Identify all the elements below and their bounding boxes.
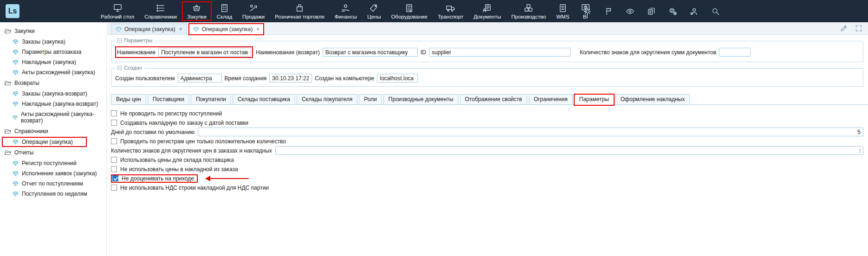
- checkbox-ispolzovat-tseny-sklada[interactable]: [111, 157, 117, 163]
- sidebar-item-ispolnenie-zayavok[interactable]: Исполнение заявок (закупка): [0, 168, 106, 179]
- tab-proizvodnye-dokumenty[interactable]: Производные документы: [383, 94, 459, 104]
- tab-vidy-tsen[interactable]: Виды цен: [111, 94, 146, 104]
- groupbox-legend: Создан: [115, 65, 144, 70]
- menu-item-oborudovanie[interactable]: Оборудование: [386, 1, 433, 21]
- annotation-arrow: [206, 178, 249, 179]
- option-row: Создавать накладную по заказу с датой по…: [111, 118, 864, 127]
- tab-label: Склады покупателя: [302, 96, 352, 102]
- close-icon[interactable]: ×: [179, 26, 182, 32]
- folder-icon: [5, 128, 11, 134]
- created-by-input[interactable]: [178, 74, 222, 83]
- menu-item-rabochiy-stol[interactable]: Рабочий стол: [96, 1, 139, 21]
- option-row-highlighted: Не дооценивать на приходе: [111, 174, 864, 183]
- tab-otobrazhenie-svoystv[interactable]: Отображение свойств: [460, 94, 527, 104]
- menu-item-label: Транспорт: [438, 14, 463, 19]
- diamond-icon: [13, 70, 19, 75]
- warehouse-icon: [219, 3, 230, 13]
- days-default-input[interactable]: [198, 128, 863, 136]
- flag-icon[interactable]: [604, 6, 614, 16]
- price-tag-icon: [368, 3, 380, 13]
- menu-item-transport[interactable]: Транспорт: [433, 1, 468, 21]
- sidebar-group-spravochniki[interactable]: Справочники: [0, 126, 106, 137]
- sidebar-group-vozvraty[interactable]: Возвраты: [0, 77, 106, 89]
- sidebar-group-otchety[interactable]: Отчеты: [0, 147, 106, 158]
- checkbox-ne-dootsenivat-na-prikhode[interactable]: [112, 175, 118, 181]
- menu-item-prodazhi[interactable]: Продажи: [237, 1, 270, 21]
- sidebar-item-zakazy-vozvrat[interactable]: Заказы (закупка-возврат): [0, 89, 106, 99]
- menu-item-spravochniki[interactable]: Справочники: [139, 1, 182, 21]
- maximize-icon[interactable]: [855, 25, 862, 32]
- diamond-icon: [13, 140, 19, 145]
- menu-item-wms[interactable]: WMS: [551, 1, 574, 21]
- collapse-toggle-icon[interactable]: [117, 38, 122, 43]
- tab-sklady-postavshchika[interactable]: Склады поставщика: [233, 94, 295, 104]
- tab-label: Параметры: [579, 96, 609, 102]
- tree-item-label: Отчет по поступлениям: [22, 180, 83, 187]
- menu-item-tseny[interactable]: Цены: [362, 1, 386, 21]
- menu-item-proizvodstvo[interactable]: Производство: [506, 1, 551, 21]
- diamond-icon: [116, 27, 122, 32]
- doc-tab-operations-list[interactable]: Операции (закупка) ×: [111, 24, 187, 34]
- menu-item-label: Оборудование: [391, 14, 428, 19]
- tab-pokupateli[interactable]: Покупатели: [191, 94, 231, 104]
- brightness-icon[interactable]: [583, 6, 592, 16]
- doc-tab-operation[interactable]: Операция (закупка) ×: [188, 24, 265, 34]
- tab-sklady-pokupatelya[interactable]: Склады покупателя: [297, 94, 357, 104]
- doc-sum-rounding-label: Количество знаков для округления сумм до…: [580, 49, 716, 56]
- close-icon[interactable]: ×: [256, 26, 259, 32]
- menu-item-sklad[interactable]: Склад: [212, 1, 237, 21]
- sidebar-item-operatsii-zakupka[interactable]: Операции (закупка): [0, 137, 106, 147]
- checkbox-provodit-po-registram-tsen[interactable]: [111, 138, 117, 144]
- diamond-icon: [13, 115, 18, 120]
- menu-item-roznichnaya-torgovlya[interactable]: Розничная торговля: [270, 1, 330, 21]
- checkbox-sozdavat-nakladnuyu[interactable]: [111, 120, 117, 126]
- checkbox-ne-ispolzovat-nds[interactable]: [111, 185, 117, 191]
- sidebar-item-nakladnye-vozvrat[interactable]: Накладные (закупка-возврат): [0, 99, 106, 109]
- menu-item-dokumenty[interactable]: Документы: [468, 1, 506, 21]
- diamond-icon: [13, 60, 19, 65]
- menu-item-finansy[interactable]: Финансы: [330, 1, 362, 21]
- copy-icon[interactable]: [647, 6, 656, 16]
- id-input[interactable]: [429, 48, 570, 57]
- tab-postavshchiki[interactable]: Поставщики: [148, 94, 189, 104]
- spinner-control[interactable]: ▲▼: [857, 147, 862, 154]
- created-computer-label: Создан на компьютере: [315, 75, 374, 82]
- folder-icon: [5, 150, 11, 155]
- option-row: Не использовать НДС строки накладной для…: [111, 183, 864, 192]
- price-rounding-input[interactable]: [275, 146, 863, 155]
- doc-sum-rounding-input[interactable]: [719, 48, 751, 57]
- tab-roli[interactable]: Роли: [359, 94, 382, 104]
- sidebar-group-zakupki[interactable]: Закупки: [0, 26, 106, 37]
- folder-icon: [5, 28, 11, 34]
- diamond-icon: [13, 102, 19, 107]
- collapse-toggle-icon[interactable]: [117, 66, 122, 70]
- name-input[interactable]: [158, 48, 251, 57]
- user-lock-icon[interactable]: [689, 6, 699, 16]
- sidebar-item-akty-raskhozhdeniy-vozvrat[interactable]: Акты расхождений (закупка-возврат): [0, 109, 106, 126]
- menu-item-zakupki[interactable]: Закупки: [182, 1, 212, 21]
- sidebar-item-akty-raskhozhdeniy-zakupka[interactable]: Акты расхождений (закупка): [0, 67, 106, 77]
- sidebar-item-registr-postupleniy[interactable]: Регистр поступлений: [0, 158, 106, 168]
- settings-gears-icon[interactable]: [668, 6, 678, 16]
- app-logo[interactable]: Ls: [6, 4, 19, 18]
- tab-oformlenie-nakladnykh[interactable]: Оформление накладных: [615, 94, 690, 104]
- sidebar-item-parametry-avtozakaza[interactable]: Параметры автозаказа: [0, 47, 106, 57]
- tab-parametry[interactable]: Параметры: [574, 94, 614, 105]
- sidebar-item-otchet-po-postupleniyam[interactable]: Отчет по поступлениям: [0, 179, 106, 189]
- edit-pencil-icon[interactable]: [840, 25, 848, 32]
- tree-item-label: Операции (закупка): [22, 139, 73, 145]
- sidebar-item-zakazy-zakupka[interactable]: Заказы (закупка): [0, 37, 106, 47]
- search-icon[interactable]: [711, 6, 720, 16]
- top-menubar: Ls Рабочий стол Справочники Закупки Скла…: [0, 0, 868, 22]
- created-by-label: Создан пользователем: [115, 75, 175, 82]
- checkbox-ne-provodit-po-registru[interactable]: [111, 110, 117, 116]
- checkbox-ne-ispolzovat-tseny-iz-zakaza[interactable]: [111, 166, 117, 172]
- created-time-input[interactable]: [269, 74, 312, 83]
- sidebar-item-postupleniya-po-nedelyam[interactable]: Поступления по неделям: [0, 189, 106, 199]
- tab-ogranicheniya[interactable]: Ограничения: [529, 94, 573, 104]
- tab-label: Виды цен: [116, 96, 141, 102]
- return-name-input[interactable]: [323, 48, 418, 57]
- created-computer-input[interactable]: [377, 74, 418, 83]
- eye-icon[interactable]: [625, 6, 635, 16]
- sidebar-item-nakladnye-zakupka[interactable]: Накладные (закупка): [0, 57, 106, 67]
